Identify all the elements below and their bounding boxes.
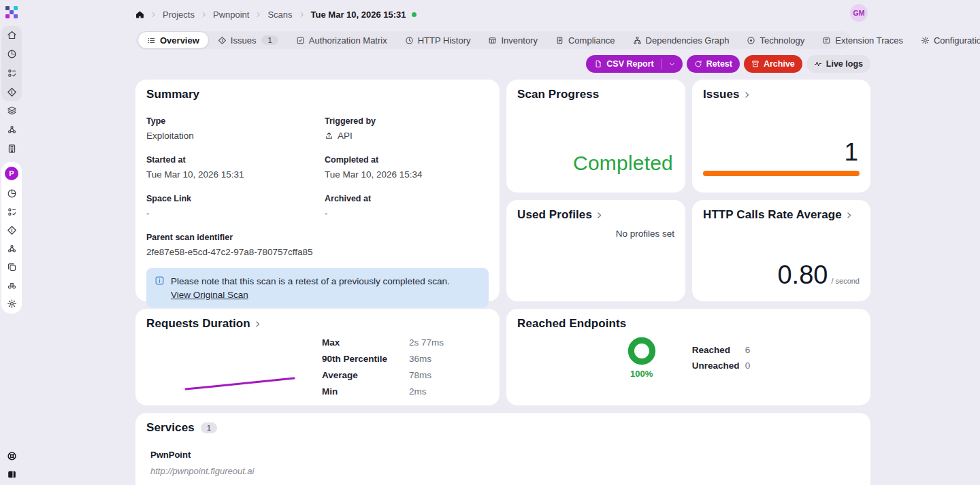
field-space-link: Space Link - [146, 194, 325, 218]
app-logo[interactable] [5, 5, 18, 19]
scan-diamond-icon[interactable] [7, 87, 17, 97]
refresh-icon [694, 60, 702, 68]
tab-extension-traces[interactable]: Extension Traces [813, 31, 912, 49]
binoculars-icon[interactable] [7, 280, 17, 290]
building-icon[interactable] [7, 144, 17, 154]
summary-card: Summary Type Exploitation Triggered by A… [135, 80, 500, 301]
stat-row: Max2s 77ms [322, 337, 489, 348]
chevron-right-icon[interactable] [742, 90, 751, 99]
services-title: Services [146, 421, 195, 435]
sidebar-nav-group [1, 26, 22, 101]
service-list-item: PwnPoint http://pwnpoint.figureout.ai [146, 450, 860, 476]
chevron-right-icon [298, 11, 306, 18]
breadcrumb-projects[interactable]: Projects [163, 10, 195, 20]
scan-progress-title: Scan Progress [517, 88, 599, 101]
issues-title: Issues [703, 88, 740, 101]
chevron-down-icon [668, 61, 676, 68]
issues-count: 1 [703, 139, 860, 165]
requests-duration-title: Requests Duration [146, 317, 250, 331]
field-completed-at: Completed at Tue Mar 10, 2026 15:34 [325, 155, 489, 180]
project-avatar[interactable]: P [5, 167, 18, 180]
view-original-scan-link[interactable]: View Original Scan [171, 290, 248, 300]
duration-sparkline-chart [146, 333, 316, 401]
service-url[interactable]: http://pwnpoint.figureout.ai [150, 466, 860, 476]
sidebar-project-group: P [1, 162, 22, 314]
stat-row: Reached6 [692, 345, 751, 355]
docs-panel-icon[interactable] [7, 469, 17, 480]
chevron-right-icon [255, 11, 262, 18]
services-count-badge: 1 [201, 422, 217, 433]
stat-row: Average78ms [322, 370, 489, 380]
breadcrumb: Projects Pwnpoint Scans Tue Mar 10, 2026… [135, 7, 416, 22]
live-logs-button[interactable]: Live logs [806, 55, 870, 73]
field-triggered-by: Triggered by API [325, 116, 489, 141]
tab-inventory[interactable]: Inventory [479, 31, 546, 49]
reached-stats: Reached6 Unreached0 [692, 345, 751, 371]
home-icon[interactable] [7, 30, 17, 40]
stat-row: 90th Percentile36ms [322, 354, 489, 364]
summary-fields: Type Exploitation Triggered by API Start… [146, 116, 489, 257]
layers-icon[interactable] [7, 105, 17, 116]
chevron-right-icon[interactable] [845, 211, 853, 220]
issues-count-badge: 1 [261, 35, 278, 45]
reached-endpoints-card: Reached Endpoints 100% Reached6 Unreache… [506, 309, 870, 405]
tags-icon[interactable] [7, 262, 17, 272]
retest-note-banner: Please note that this scan is a retest o… [146, 268, 489, 307]
file-icon [594, 60, 602, 68]
chevron-right-icon [200, 11, 208, 18]
home-breadcrumb-icon[interactable] [135, 10, 144, 19]
retest-button[interactable]: Retest [687, 55, 740, 73]
tab-dependencies-graph[interactable]: Dependencies Graph [624, 31, 738, 49]
http-calls-value: 0.80 [777, 262, 828, 288]
pie-chart-icon[interactable] [7, 188, 17, 199]
issues-summary-card: Issues 1 [692, 80, 870, 193]
csv-report-button[interactable]: CSV Report [586, 55, 660, 73]
http-calls-unit: / second [831, 277, 860, 285]
used-profiles-card: Used Profiles No profiles set [506, 200, 685, 301]
retest-note-text: Please note that this scan is a retest o… [171, 275, 450, 288]
field-started-at: Started at Tue Mar 10, 2026 15:31 [146, 155, 325, 180]
user-avatar[interactable]: GM [850, 4, 868, 22]
tab-configuration[interactable]: Configuration [912, 31, 980, 49]
help-icon[interactable] [7, 451, 17, 461]
stat-row: Min2ms [322, 386, 489, 397]
cluster-icon[interactable] [7, 244, 17, 254]
scan-status-dot [412, 12, 416, 17]
cards-grid: Summary Type Exploitation Triggered by A… [135, 80, 870, 485]
tab-overview[interactable]: Overview [137, 31, 209, 49]
csv-report-split-button: CSV Report [586, 55, 682, 73]
settings-icon[interactable] [7, 299, 17, 309]
tab-authorization-matrix[interactable]: Authorization Matrix [287, 31, 396, 49]
tasks-icon[interactable] [7, 207, 17, 217]
stat-row: Unreached0 [692, 361, 751, 371]
breadcrumb-project-name[interactable]: Pwnpoint [213, 10, 249, 20]
csv-report-dropdown-button[interactable] [662, 55, 683, 73]
breadcrumb-current-scan: Tue Mar 10, 2026 15:31 [311, 10, 406, 20]
duration-stats: Max2s 77ms 90th Percentile36ms Average78… [316, 333, 489, 401]
summary-title: Summary [146, 88, 199, 101]
archive-button[interactable]: Archive [744, 55, 802, 73]
archive-icon [751, 60, 760, 68]
tasks-icon[interactable] [7, 68, 17, 78]
reached-donut-chart [627, 336, 657, 366]
sidebar-bottom [1, 451, 22, 480]
service-name: PwnPoint [150, 450, 860, 460]
breadcrumb-scans[interactable]: Scans [267, 10, 292, 20]
sidebar-nav-extra [1, 105, 22, 154]
pie-chart-icon[interactable] [7, 49, 17, 59]
tab-compliance[interactable]: Compliance [546, 31, 624, 49]
tab-http-history[interactable]: HTTP History [396, 31, 480, 49]
chevron-right-icon[interactable] [595, 211, 604, 220]
http-calls-title: HTTP Calls Rate Average [703, 208, 842, 222]
chevron-right-icon[interactable] [253, 320, 262, 329]
tab-technology[interactable]: Technology [738, 31, 813, 49]
scan-diamond-icon[interactable] [7, 225, 17, 235]
tab-issues[interactable]: Issues 1 [209, 31, 287, 49]
scan-actions: CSV Report Retest Archive Live logs [586, 55, 870, 73]
scan-progress-status: Completed [517, 152, 674, 184]
cluster-icon[interactable] [7, 124, 17, 135]
sidebar: P [0, 0, 22, 485]
field-parent-scan-id: Parent scan identifier 2fe87e58-e5cd-47c… [146, 233, 325, 257]
services-card: Services 1 PwnPoint http://pwnpoint.figu… [135, 413, 870, 485]
field-archived-at: Archived at - [325, 194, 489, 218]
